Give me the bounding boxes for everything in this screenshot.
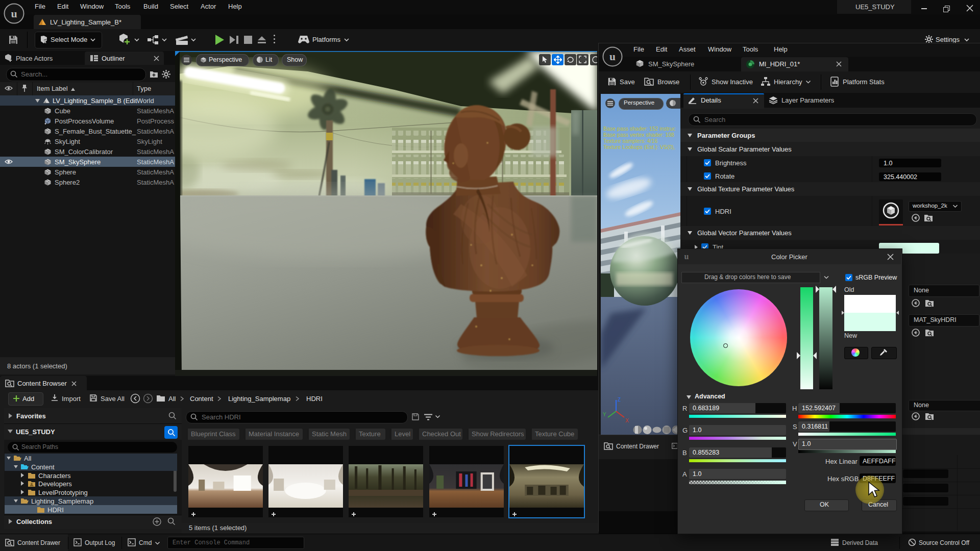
svg-text:Z: Z	[618, 397, 621, 403]
svg-text:u: u	[609, 51, 616, 63]
svg-text:u: u	[11, 7, 17, 20]
svg-text:Y: Y	[603, 412, 606, 417]
svg-text:u: u	[684, 252, 689, 261]
svg-text:X: X	[625, 418, 629, 423]
